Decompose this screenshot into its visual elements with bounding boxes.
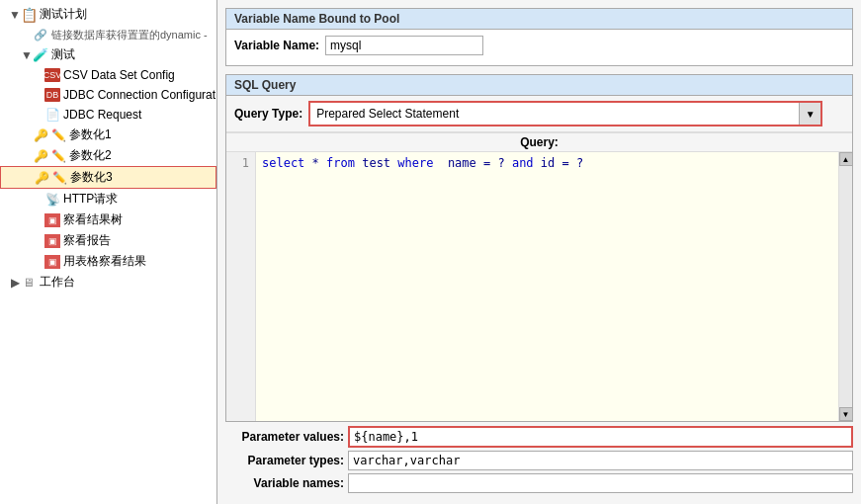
link-icon: 🔗 bbox=[33, 27, 48, 42]
param-types-label: Parameter types: bbox=[225, 454, 344, 467]
tree-item-param3[interactable]: 🔑 ✏️ 参数化3 bbox=[0, 166, 216, 189]
tree-label: 测试计划 bbox=[40, 6, 87, 23]
scroll-up-btn[interactable]: ▲ bbox=[839, 152, 853, 166]
tree-label: JDBC Connection Configurat bbox=[63, 88, 215, 102]
query-label-bar: Query: bbox=[226, 133, 852, 152]
tree-label: 察看结果树 bbox=[63, 211, 123, 228]
variable-names-label: Variable names: bbox=[225, 476, 344, 490]
tree-item-report[interactable]: ▣ 察看报告 bbox=[0, 230, 216, 251]
variable-name-title: Variable Name Bound to Pool bbox=[226, 9, 852, 30]
expand-arrow-link bbox=[22, 30, 32, 40]
tree-label: 工作台 bbox=[40, 274, 75, 291]
tree-item-param1[interactable]: 🔑 ✏️ 参数化1 bbox=[0, 125, 216, 145]
query-type-select-wrapper[interactable]: Prepared Select Statement ▼ bbox=[308, 101, 822, 126]
variable-names-input[interactable] bbox=[348, 473, 853, 493]
param1-icon: ✏️ bbox=[50, 127, 66, 143]
expand-arrow-table bbox=[34, 257, 43, 267]
tree-item-jdbc-config[interactable]: DB JDBC Connection Configurat bbox=[0, 85, 216, 105]
jdbc-req-icon: 📄 bbox=[44, 107, 60, 123]
expand-arrow-jdbc-req bbox=[34, 110, 43, 120]
key-icon-param1: 🔑 bbox=[34, 128, 48, 142]
http-icon: 📡 bbox=[44, 192, 60, 208]
tree-item-param2[interactable]: 🔑 ✏️ 参数化2 bbox=[0, 145, 216, 166]
jdbc-config-icon: DB bbox=[44, 87, 60, 103]
query-type-row: Query Type: Prepared Select Statement ▼ bbox=[226, 96, 852, 132]
view-result-icon: ▣ bbox=[44, 212, 60, 228]
tree-item-link[interactable]: 🔗 链接数据库获得置置的dynamic - bbox=[0, 25, 216, 44]
query-type-label: Query Type: bbox=[234, 107, 302, 121]
code-editor[interactable]: select * from test where name = ? and id… bbox=[256, 152, 838, 421]
scroll-track bbox=[839, 166, 852, 407]
expand-arrow-csv bbox=[34, 70, 43, 80]
expand-arrow-report bbox=[34, 236, 43, 246]
expand-arrow-view bbox=[34, 215, 43, 225]
variable-name-label: Variable Name: bbox=[234, 39, 319, 52]
variable-name-section: Variable Name Bound to Pool Variable Nam… bbox=[225, 8, 853, 66]
query-editor-area: Query: 1 select * from test where name =… bbox=[226, 132, 852, 421]
table-icon: ▣ bbox=[44, 254, 60, 270]
sql-query-section: SQL Query Query Type: Prepared Select St… bbox=[225, 74, 853, 422]
param-types-input[interactable] bbox=[348, 451, 853, 470]
variable-name-row: Variable Name: bbox=[234, 36, 844, 55]
expand-arrow-test: ▼ bbox=[22, 50, 32, 60]
variable-names-row: Variable names: bbox=[225, 473, 853, 493]
tree-label: 参数化2 bbox=[69, 147, 112, 164]
key-icon-param2: 🔑 bbox=[34, 149, 48, 163]
right-panel: Variable Name Bound to Pool Variable Nam… bbox=[217, 0, 861, 504]
tree-label: 用表格察看结果 bbox=[63, 253, 146, 270]
line-numbers: 1 bbox=[226, 152, 256, 421]
expand-arrow-jdbc bbox=[34, 90, 43, 100]
tree-label: HTTP请求 bbox=[63, 191, 118, 208]
test-icon: 🧪 bbox=[33, 47, 48, 63]
tree-item-test-plan[interactable]: ▼ 📋 测试计划 bbox=[0, 4, 216, 25]
line-number-1: 1 bbox=[232, 156, 249, 170]
plan-icon: 📋 bbox=[21, 7, 37, 23]
report-icon: ▣ bbox=[44, 233, 60, 249]
tree-item-table[interactable]: ▣ 用表格察看结果 bbox=[0, 251, 216, 272]
param3-icon: ✏️ bbox=[51, 170, 67, 186]
bottom-fields: Parameter values: Parameter types: Varia… bbox=[225, 426, 853, 496]
workbench-icon: 🖥 bbox=[21, 275, 37, 291]
expand-arrow: ▼ bbox=[10, 10, 20, 20]
tree-item-http[interactable]: 📡 HTTP请求 bbox=[0, 189, 216, 210]
tree-label: JDBC Request bbox=[63, 108, 141, 122]
param-values-row: Parameter values: bbox=[225, 426, 853, 448]
tree-item-csv[interactable]: CSV CSV Data Set Config bbox=[0, 65, 216, 85]
tree-item-workbench[interactable]: ▶ 🖥 工作台 bbox=[0, 272, 216, 293]
key-icon-param3: 🔑 bbox=[35, 171, 49, 185]
tree-item-view-result[interactable]: ▣ 察看结果树 bbox=[0, 210, 216, 230]
tree-label: 链接数据库获得置置的dynamic - bbox=[51, 28, 208, 42]
expand-arrow-workbench: ▶ bbox=[10, 278, 20, 288]
tree-label: CSV Data Set Config bbox=[63, 68, 175, 82]
sql-query-title: SQL Query bbox=[226, 75, 852, 96]
param2-icon: ✏️ bbox=[50, 148, 66, 164]
query-type-dropdown-btn[interactable]: ▼ bbox=[799, 103, 820, 125]
param-values-input[interactable] bbox=[348, 426, 853, 448]
variable-name-input[interactable] bbox=[325, 36, 483, 55]
tree-label: 察看报告 bbox=[63, 232, 111, 249]
param-values-label: Parameter values: bbox=[225, 430, 344, 444]
tree-panel: ▼ 📋 测试计划 🔗 链接数据库获得置置的dynamic - ▼ 🧪 测试 CS… bbox=[0, 0, 217, 504]
vertical-scrollbar[interactable]: ▲ ▼ bbox=[838, 152, 852, 421]
param-types-row: Parameter types: bbox=[225, 451, 853, 470]
expand-arrow-http bbox=[34, 195, 43, 205]
tree-label: 测试 bbox=[51, 46, 75, 63]
tree-label: 参数化3 bbox=[70, 169, 113, 186]
csv-icon: CSV bbox=[44, 67, 60, 83]
tree-item-test[interactable]: ▼ 🧪 测试 bbox=[0, 44, 216, 65]
query-type-value: Prepared Select Statement bbox=[310, 105, 799, 123]
tree-label: 参数化1 bbox=[69, 126, 112, 143]
scroll-down-btn[interactable]: ▼ bbox=[839, 407, 853, 421]
code-area: 1 select * from test where name = ? and … bbox=[226, 152, 852, 421]
tree-item-jdbc-req[interactable]: 📄 JDBC Request bbox=[0, 105, 216, 125]
